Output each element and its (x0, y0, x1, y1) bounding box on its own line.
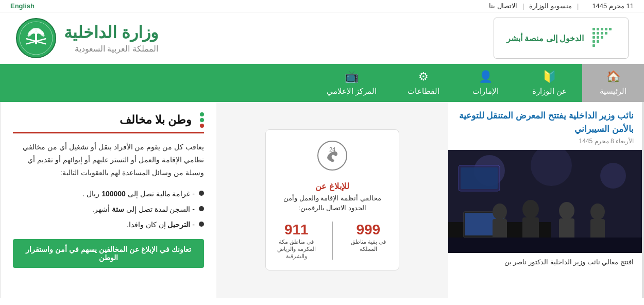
nav-label-sectors: القطاعات (408, 87, 439, 96)
nav-item-emirates[interactable]: 👤 الإمارات (455, 64, 517, 102)
svg-point-37 (522, 200, 539, 218)
absher-icon (590, 25, 616, 51)
date-display: 11 محرم 1445 (592, 2, 634, 10)
penalty-item-1: - غرامة مالية تصل إلى 100000 ريال . (13, 188, 204, 199)
svg-point-41 (590, 204, 605, 220)
nav-item-sectors[interactable]: ⚙ القطاعات (392, 64, 455, 102)
number-block-911: 911 في مناطق مكة المكرمة والرياض والشرقي… (276, 222, 317, 260)
svg-rect-13 (592, 40, 595, 43)
news-date: الأربعاء 8 محرم 1445 (448, 138, 642, 150)
contact-link[interactable]: الاتصال بنا (489, 2, 517, 10)
top-bar: 11 محرم 1445 | منسوبو الوزارة | الاتصال … (0, 0, 644, 12)
ministry-logo (15, 18, 57, 59)
center-panel: 24 للإبلاغ عن مخالفي أنظمة الإقامة والعم… (216, 102, 448, 298)
site-header: الدخول إلى منصة أبشر وزارة الداخلية المم… (0, 12, 644, 64)
svg-rect-8 (601, 32, 603, 35)
media-icon: 📺 (345, 70, 359, 83)
ministry-staff-link[interactable]: منسوبو الوزارة (529, 2, 572, 10)
nav-label-emirates: الإمارات (472, 87, 499, 96)
svg-rect-40 (559, 218, 574, 240)
news-caption: افتتح معالي نائب وزير الداخلية الدكتور ن… (448, 253, 642, 272)
svg-rect-38 (522, 217, 539, 241)
number-911: 911 (276, 222, 317, 238)
penalty-item-3: - الترحيل إن كان وافدا. (13, 219, 204, 230)
dot-1 (200, 112, 204, 116)
number-999-desc: في بقية مناطق المملكة (348, 238, 388, 253)
watan-body: يعاقب كل من يقوم من الأفراد بنقل أو تشغي… (13, 141, 204, 180)
svg-rect-4 (605, 28, 607, 30)
numbers-divider (332, 222, 333, 260)
news-photo (448, 150, 642, 253)
svg-rect-36 (493, 219, 507, 240)
penalty-text-1: - غرامة مالية تصل إلى 100000 ريال . (82, 188, 195, 199)
news-panel: نائب وزير الداخلية يفتتح المعرض المتنقل … (448, 102, 644, 298)
svg-rect-42 (590, 219, 605, 240)
news-image (448, 150, 642, 253)
svg-point-29 (600, 163, 626, 189)
penalty-text-2: - السجن لمدة تصل إلى ستة أشهر. (92, 204, 195, 215)
svg-rect-2 (597, 28, 599, 30)
svg-rect-7 (597, 32, 599, 35)
penalty-bullet-3 (199, 222, 204, 227)
phone-icon: 24 (276, 140, 388, 177)
section-header: وطن بلا مخالف (13, 112, 204, 133)
svg-point-35 (493, 204, 507, 220)
svg-rect-9 (605, 32, 607, 35)
24h-icon: 24 (317, 140, 348, 171)
svg-rect-15 (592, 44, 595, 47)
nav-label-about: عن الوزارة (532, 87, 567, 96)
site-title: وزارة الداخلية (64, 23, 158, 42)
absher-label: الدخول إلى منصة أبشر (506, 33, 584, 43)
penalty-bullet-2 (199, 206, 204, 211)
watan-panel: وطن بلا مخالف يعاقب كل من يقوم من الأفرا… (0, 102, 216, 298)
number-911-desc: في مناطق مكة المكرمة والرياض والشرقية (276, 238, 317, 260)
report-subtitle: مخالفي أنظمة الإقامة والعمل وأمن الحدود … (276, 193, 388, 213)
nav-item-home[interactable]: 🏠 الرئيسية (582, 64, 644, 102)
svg-rect-43 (448, 238, 642, 253)
nav-item-about[interactable]: 🔰 عن الوزارة (517, 64, 582, 102)
main-content: نائب وزير الداخلية يفتتح المعرض المتنقل … (0, 102, 644, 298)
logo-text: وزارة الداخلية المملكة العربية السعودية (64, 23, 158, 53)
penalty-bullet-1 (199, 191, 204, 196)
report-box: 24 للإبلاغ عن مخالفي أنظمة الإقامة والعم… (265, 129, 399, 271)
nav-label-home: الرئيسية (600, 87, 626, 96)
news-title[interactable]: نائب وزير الداخلية يفتتح المعرض المتنقل … (448, 102, 642, 138)
sep2: | (522, 2, 524, 10)
home-icon: 🏠 (606, 70, 620, 83)
section-dots (200, 112, 204, 128)
svg-rect-1 (592, 28, 595, 30)
section-title: وطن بلا مخالف (120, 113, 192, 127)
logo-area: وزارة الداخلية المملكة العربية السعودية (15, 18, 158, 59)
penalty-text-3: - الترحيل إن كان وافدا. (127, 219, 195, 230)
absher-button[interactable]: الدخول إلى منصة أبشر (494, 18, 629, 59)
penalty-item-2: - السجن لمدة تصل إلى ستة أشهر. (13, 204, 204, 215)
svg-rect-3 (601, 28, 603, 30)
sectors-icon: ⚙ (418, 70, 429, 83)
numbers-row: 999 في بقية مناطق المملكة 911 في مناطق م… (276, 222, 388, 260)
main-nav: 🏠 الرئيسية 🔰 عن الوزارة 👤 الإمارات ⚙ الق… (0, 64, 644, 102)
svg-rect-6 (592, 32, 595, 35)
number-block-999: 999 في بقية مناطق المملكة (348, 222, 388, 260)
report-title: للإبلاغ عن (276, 181, 388, 191)
svg-rect-10 (592, 36, 595, 39)
svg-rect-12 (601, 36, 603, 39)
emirates-icon: 👤 (479, 70, 493, 83)
svg-point-44 (318, 141, 347, 170)
svg-rect-5 (609, 28, 612, 30)
sep1: | (577, 2, 579, 10)
dot-3 (200, 124, 204, 128)
english-link[interactable]: English (10, 2, 35, 10)
about-icon: 🔰 (543, 70, 556, 83)
nav-label-media: المركز الإعلامي (327, 87, 377, 96)
coop-button[interactable]: تعاونك في الإبلاغ عن المخالفين يسهم في أ… (13, 239, 204, 268)
svg-rect-31 (461, 167, 498, 189)
site-subtitle: المملكة العربية السعودية (64, 44, 158, 54)
dot-2 (200, 118, 204, 122)
nav-item-media[interactable]: 📺 المركز الإعلامي (311, 64, 392, 102)
penalties-list: - غرامة مالية تصل إلى 100000 ريال . - ال… (13, 188, 204, 231)
svg-point-39 (559, 202, 574, 219)
svg-rect-14 (597, 40, 599, 43)
svg-rect-11 (597, 36, 599, 39)
number-999: 999 (348, 222, 388, 238)
